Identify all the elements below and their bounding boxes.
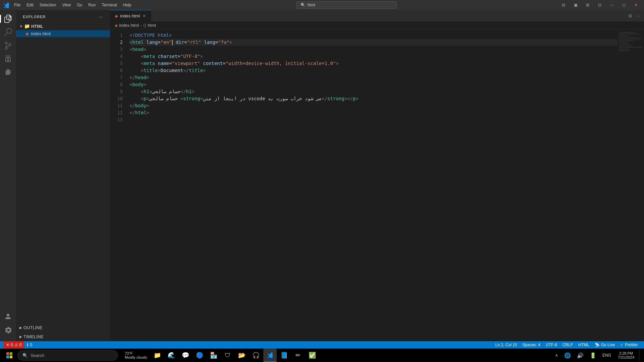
- prettier-icon: ✓: [620, 343, 624, 347]
- minimap-line: [619, 35, 628, 36]
- split-editor-icon[interactable]: ⧉: [627, 12, 633, 20]
- restore-button[interactable]: ◻: [619, 0, 629, 10]
- taskbar-language[interactable]: ENG: [600, 350, 613, 361]
- menu-terminal[interactable]: Terminal: [99, 1, 119, 9]
- line-num-11: 11: [117, 102, 123, 109]
- menu-run[interactable]: Run: [86, 1, 98, 9]
- token: "rtl": [187, 39, 201, 46]
- layout-toggle-icon[interactable]: ⊟: [559, 0, 568, 10]
- title-bar: File Edit Selection View Go Run Terminal…: [0, 0, 644, 10]
- layout-icon-2[interactable]: ▣: [571, 0, 580, 10]
- taskbar-vscode-app[interactable]: [263, 349, 277, 362]
- token: <: [129, 39, 132, 46]
- token: >: [200, 53, 203, 60]
- command-palette[interactable]: 🔍 html: [296, 1, 397, 9]
- tab-index-html[interactable]: ◈ index.html ✕: [110, 10, 152, 22]
- close-button[interactable]: ✕: [631, 0, 641, 10]
- token: [129, 60, 141, 67]
- status-go-live[interactable]: 📡 Go Live: [592, 341, 618, 349]
- taskbar-system-tray-expand[interactable]: ∧: [553, 350, 560, 361]
- line-num-9: 9: [120, 88, 123, 95]
- windows-start-button[interactable]: [3, 349, 16, 362]
- token: <: [141, 95, 144, 102]
- taskbar-weather[interactable]: 73°F Mostly cloudy: [122, 349, 150, 362]
- menu-selection[interactable]: Selection: [37, 1, 59, 9]
- folder-item-html[interactable]: ▼ 📁 HTML: [16, 22, 110, 30]
- token: >: [147, 95, 149, 102]
- activity-explorer[interactable]: [2, 13, 14, 25]
- token: >: [147, 109, 149, 116]
- status-info[interactable]: ℹ 0: [24, 341, 35, 349]
- taskbar-todo-app[interactable]: ✅: [306, 349, 319, 362]
- token: strong: [327, 95, 344, 102]
- taskbar-right-area: ∧ 🌐 🔊 🔋 ENG 2:28 PM 7/21/2024: [553, 350, 641, 361]
- taskbar-clock[interactable]: 2:28 PM 7/21/2024: [615, 351, 637, 360]
- sidebar-more-button[interactable]: ···: [98, 13, 103, 20]
- taskbar-network-icon[interactable]: 🌐: [562, 350, 573, 361]
- taskbar-shield-app[interactable]: 🛡: [221, 349, 234, 362]
- taskbar-search-bar[interactable]: 🔍 Search: [17, 350, 118, 361]
- status-prettier[interactable]: ✓ Prettier: [618, 341, 641, 349]
- status-spaces[interactable]: Spaces: 4: [520, 341, 543, 349]
- minimap-line: [619, 45, 632, 46]
- tab-close-button[interactable]: ✕: [142, 13, 147, 19]
- info-count: 0: [30, 343, 32, 347]
- breadcrumb-element[interactable]: html: [148, 23, 156, 28]
- taskbar-show-desktop[interactable]: [639, 350, 641, 361]
- menu-file[interactable]: File: [11, 1, 23, 9]
- menu-go[interactable]: Go: [74, 1, 85, 9]
- taskbar-search-icon: 🔍: [22, 353, 28, 358]
- status-position[interactable]: Ln 2, Col 15: [493, 341, 520, 349]
- activity-settings[interactable]: [2, 324, 14, 336]
- taskbar-store-app[interactable]: 🏪: [207, 349, 220, 362]
- status-language[interactable]: HTML: [576, 341, 592, 349]
- timeline-toggle[interactable]: ▶ TIMELINE: [16, 332, 110, 341]
- svg-rect-3: [10, 356, 12, 358]
- token: =: [223, 60, 225, 67]
- menu-edit[interactable]: Edit: [24, 1, 36, 9]
- activity-extensions[interactable]: [2, 66, 14, 78]
- menu-help[interactable]: Help: [120, 1, 134, 9]
- file-item-index-html[interactable]: ◈ index.html: [16, 30, 110, 37]
- menu-view[interactable]: View: [59, 1, 73, 9]
- taskbar-pen-app[interactable]: ✏: [291, 349, 305, 362]
- status-encoding[interactable]: UTF-8: [543, 341, 560, 349]
- status-errors[interactable]: ✕ 0 ⚠ 0: [3, 341, 24, 349]
- token: >: [158, 67, 160, 74]
- minimap-line: [619, 42, 628, 43]
- status-left: ✕ 0 ⚠ 0 ℹ 0: [3, 341, 35, 349]
- activity-source-control[interactable]: [2, 40, 14, 52]
- activity-accounts[interactable]: [2, 310, 14, 322]
- taskbar-edge-app[interactable]: 🔵: [193, 349, 206, 362]
- taskbar-headphone-app[interactable]: 🎧: [249, 349, 263, 362]
- taskbar-chat-app[interactable]: 💬: [179, 349, 192, 362]
- title-bar-center: 🔍 html: [137, 1, 556, 9]
- taskbar-word-app[interactable]: 📘: [277, 349, 291, 362]
- token: "en": [161, 39, 172, 46]
- token: <: [129, 46, 132, 53]
- taskbar-speaker-icon[interactable]: 🔊: [575, 350, 586, 361]
- status-line-ending[interactable]: CRLF: [560, 341, 576, 349]
- token: p: [144, 95, 146, 102]
- more-actions-icon[interactable]: ···: [635, 12, 641, 20]
- layout-icon-3[interactable]: ⊞: [583, 0, 592, 10]
- token: >: [192, 88, 194, 95]
- outline-toggle[interactable]: ▶ OUTLINE: [16, 323, 110, 332]
- taskbar-files-app[interactable]: 📂: [235, 349, 249, 362]
- warning-count: 0: [19, 343, 22, 347]
- layout-icon-4[interactable]: ⊡: [595, 0, 604, 10]
- taskbar-browser-app[interactable]: 🌊: [165, 349, 178, 362]
- title-bar-left: File Edit Selection View Go Run Terminal…: [3, 1, 134, 9]
- token: </: [129, 109, 135, 116]
- activity-run-debug[interactable]: [2, 53, 14, 65]
- activity-search[interactable]: [2, 26, 14, 38]
- taskbar-explorer-app[interactable]: 📁: [151, 349, 164, 362]
- minimize-button[interactable]: ─: [607, 0, 616, 10]
- code-editor[interactable]: <!DOCTYPE html> <html lang="en" dir="rtl…: [127, 29, 617, 341]
- minimap-line: [619, 40, 633, 41]
- breadcrumb-file[interactable]: index.html: [119, 23, 139, 28]
- taskbar-battery-icon[interactable]: 🔋: [588, 350, 598, 361]
- line-num-2: 2: [120, 39, 123, 46]
- token: >: [229, 39, 232, 46]
- token: >: [336, 60, 338, 67]
